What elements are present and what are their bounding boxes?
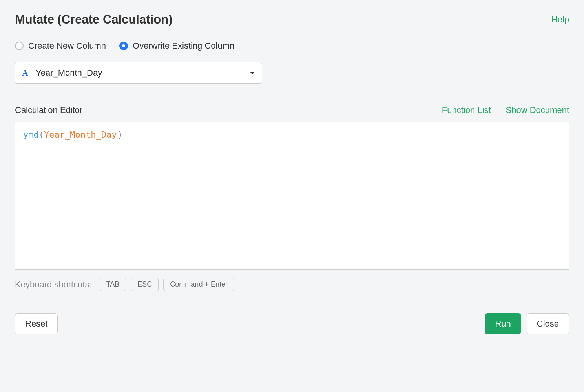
code-token-paren: ( xyxy=(39,130,44,140)
header-row: Mutate (Create Calculation) Help xyxy=(15,13,569,27)
help-link[interactable]: Help xyxy=(551,15,569,25)
shortcuts-row: Keyboard shortcuts: TAB ESC Command + En… xyxy=(15,278,569,291)
show-document-link[interactable]: Show Document xyxy=(506,105,569,115)
footer-right: Run Close xyxy=(485,313,569,334)
column-select-content: A Year_Month_Day xyxy=(21,68,102,78)
page-title: Mutate (Create Calculation) xyxy=(15,13,172,27)
radio-create-new-column[interactable]: Create New Column xyxy=(15,41,106,51)
radio-overwrite-existing-column[interactable]: Overwrite Existing Column xyxy=(119,41,234,51)
shortcut-keys: TAB ESC Command + Enter xyxy=(100,278,234,291)
editor-header: Calculation Editor Function List Show Do… xyxy=(15,105,569,115)
code-token-function: ymd xyxy=(23,130,39,140)
footer-row: Reset Run Close xyxy=(15,313,569,334)
code-token-identifier: Year_Month_Day xyxy=(44,130,117,140)
editor-links: Function List Show Document xyxy=(442,105,569,115)
calculation-editor[interactable]: ymd(Year_Month_Day) xyxy=(15,122,569,270)
function-list-link[interactable]: Function List xyxy=(442,105,491,115)
editor-label: Calculation Editor xyxy=(15,105,82,115)
shortcut-key-esc: ESC xyxy=(131,278,159,291)
radio-icon xyxy=(119,42,128,50)
radio-label: Create New Column xyxy=(28,41,106,51)
column-mode-radio-group: Create New Column Overwrite Existing Col… xyxy=(15,41,569,51)
shortcuts-label: Keyboard shortcuts: xyxy=(15,279,92,290)
selected-column-name: Year_Month_Day xyxy=(36,68,102,78)
radio-icon xyxy=(15,42,24,50)
column-select-dropdown[interactable]: A Year_Month_Day xyxy=(15,62,262,84)
text-type-icon: A xyxy=(21,69,29,77)
radio-label: Overwrite Existing Column xyxy=(133,41,234,51)
close-button[interactable]: Close xyxy=(527,313,569,334)
chevron-down-icon xyxy=(250,72,255,74)
text-cursor-icon xyxy=(117,129,117,140)
shortcut-key-tab: TAB xyxy=(100,278,126,291)
run-button[interactable]: Run xyxy=(485,313,521,334)
shortcut-key-command-enter: Command + Enter xyxy=(163,278,234,291)
code-token-paren: ) xyxy=(117,130,122,140)
reset-button[interactable]: Reset xyxy=(15,313,58,334)
mutate-dialog: Mutate (Create Calculation) Help Create … xyxy=(0,0,584,349)
